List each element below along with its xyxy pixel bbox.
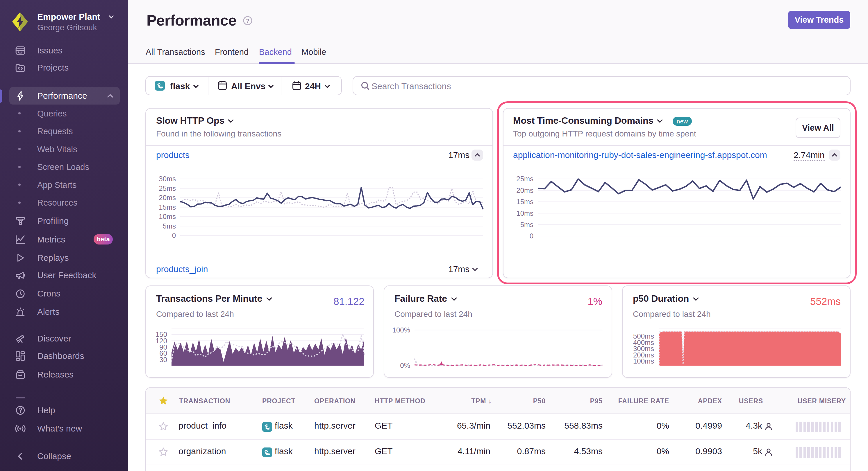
svg-text:5ms: 5ms	[520, 221, 533, 229]
svg-text:30: 30	[159, 356, 167, 364]
svg-text:15ms: 15ms	[159, 203, 176, 211]
svg-text:20ms: 20ms	[159, 194, 176, 202]
svg-text:0: 0	[172, 231, 176, 239]
svg-text:20ms: 20ms	[516, 187, 533, 194]
svg-text:10ms: 10ms	[159, 212, 176, 221]
svg-text:30ms: 30ms	[159, 175, 176, 183]
svg-text:100ms: 100ms	[633, 357, 654, 365]
svg-text:0%: 0%	[400, 362, 410, 369]
svg-text:10ms: 10ms	[516, 209, 533, 217]
svg-text:0: 0	[530, 232, 533, 240]
svg-text:100%: 100%	[393, 326, 410, 334]
svg-text:15ms: 15ms	[516, 198, 533, 206]
svg-text:25ms: 25ms	[159, 184, 176, 192]
svg-text:5ms: 5ms	[163, 222, 176, 230]
svg-text:25ms: 25ms	[516, 175, 533, 183]
